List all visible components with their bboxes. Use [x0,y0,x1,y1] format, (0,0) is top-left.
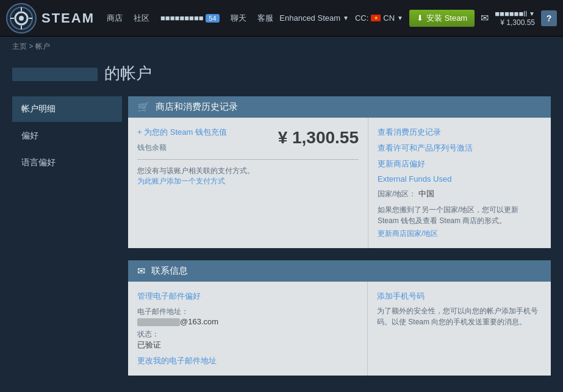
country-label: 国家/地区： [378,190,416,198]
store-section-body: + 为您的 Steam 钱包充值 钱包余额 ¥ 1,300.55 您没有与该账户… [128,118,551,248]
add-payment-link[interactable]: 为此账户添加一个支付方式 [137,177,225,185]
friends-label: ■■■■■■■■■ [160,13,204,23]
sidebar: 帐户明细 偏好 语言偏好 [0,96,122,388]
cc-caret: ▼ [397,15,403,21]
nav-chat[interactable]: 聊天 [231,13,246,24]
no-payment-text: 您没有与该账户相关联的支付方式。 [137,166,359,176]
store-section-header: 🛒 商店和消费历史记录 [128,96,551,118]
move-notice: 如果您搬到了另一个国家/地区，您可以更新 Steam 钱包及查看 Steam 商… [378,204,542,226]
email-field-label: 电子邮件地址： [137,307,358,317]
cc-button[interactable]: CC: ★ CN ▼ [355,13,403,23]
breadcrumb-separator: > [29,42,35,51]
envelope-icon-section: ✉ [137,265,145,277]
nav-store[interactable]: 商店 [107,13,123,24]
contact-section-title: 联系信息 [151,265,188,277]
store-section-right: 查看消费历史记录 查看许可和产品序列号激活 更新商店偏好 External Fu… [368,118,551,248]
manage-email-link[interactable]: 管理电子邮件偏好 [137,291,358,302]
contact-right: 添加手机号码 为了额外的安全性，您可以向您的帐户添加手机号码。以使 Steam … [368,282,551,376]
contact-section: ✉ 联系信息 管理电子邮件偏好 电子邮件地址： @163.com 状态： 已验证… [128,260,551,376]
update-preferences-link[interactable]: 更新商店偏好 [378,159,542,169]
top-bar-left: STEAM 商店 社区 ■■■■■■■■■ 54 聊天 客服 [6,3,273,34]
contact-section-body: 管理电子邮件偏好 电子邮件地址： @163.com 状态： 已验证 更改我的电子… [128,282,551,376]
add-funds-link[interactable]: + 为您的 Steam 钱包充值 [137,127,227,137]
update-country-link[interactable]: 更新商店国家/地区 [378,229,542,239]
steam-logo-icon [6,3,37,34]
help-button[interactable]: ? [541,10,557,26]
content-area: 🛒 商店和消费历史记录 + 为您的 Steam 钱包充值 钱包余额 ¥ 1,30… [122,96,563,388]
enhanced-steam-button[interactable]: Enhanced Steam ▼ [279,13,349,23]
store-section-title: 商店和消费历史记录 [156,101,238,113]
install-steam-button[interactable]: ⬇ 安装 Steam [409,10,475,27]
external-funds-link[interactable]: External Funds Used [378,174,542,184]
wallet-amount: ¥ 1,300.55 [278,128,359,148]
status-label: 状态： [137,329,358,340]
page-title-suffix: 的帐户 [100,64,152,82]
store-section: 🛒 商店和消费历史记录 + 为您的 Steam 钱包充值 钱包余额 ¥ 1,30… [128,96,551,248]
wallet-label: 钱包余额 [137,143,167,153]
main-content: 帐户明细 偏好 语言偏好 🛒 商店和消费历史记录 + 为您的 Steam 钱包充… [0,96,563,392]
phone-desc: 为了额外的安全性，您可以向您的帐户添加手机号码。以使 Steam 向您的手机发送… [377,305,542,327]
nav-support[interactable]: 客服 [257,13,273,24]
status-value: 已验证 [137,340,358,351]
friend-count-badge: 54 [206,14,219,23]
add-phone-link[interactable]: 添加手机号码 [377,291,542,302]
breadcrumb-account[interactable]: 帐户 [35,42,50,51]
divider [137,159,359,160]
breadcrumb: 主页 > 帐户 [0,37,563,57]
top-bar: STEAM 商店 社区 ■■■■■■■■■ 54 聊天 客服 Enhanced … [0,0,563,37]
username-redacted [12,68,98,81]
sidebar-item-account[interactable]: 帐户明细 [12,96,122,122]
email-value: @163.com [137,317,358,326]
country-value: 中国 [418,189,434,198]
user-name-button[interactable]: ■■■■■■ll ▼ [495,9,535,18]
contact-left: 管理电子邮件偏好 电子邮件地址： @163.com 状态： 已验证 更改我的电子… [128,282,368,376]
email-suffix: @163.com [180,317,218,326]
user-account: ■■■■■■ll ▼ ¥ 1,300.55 [495,9,535,27]
cc-label: CC: [355,13,368,23]
enhanced-steam-caret: ▼ [343,15,349,21]
steam-logo: STEAM [6,3,95,34]
user-name-label: ■■■■■■ll [495,9,527,18]
top-bar-right: Enhanced Steam ▼ CC: ★ CN ▼ ⬇ 安装 Steam ✉… [279,9,557,27]
store-section-left: + 为您的 Steam 钱包充值 钱包余额 ¥ 1,300.55 您没有与该账户… [128,118,368,248]
change-email-link[interactable]: 更改我的电子邮件地址 [137,355,358,366]
email-redacted [137,318,180,326]
svg-point-2 [19,16,24,21]
cart-icon: 🛒 [137,101,149,113]
sidebar-item-preferences[interactable]: 偏好 [12,123,122,149]
nav-community[interactable]: 社区 [134,13,149,24]
steam-wordmark: STEAM [41,10,95,26]
sidebar-item-language[interactable]: 语言偏好 [12,150,122,176]
view-history-link[interactable]: 查看消费历史记录 [378,127,542,138]
flag-cn-icon: ★ [371,15,381,21]
wallet-balance-label: ¥ 1,300.55 [500,18,535,27]
download-icon: ⬇ [417,13,423,23]
install-steam-label: 安装 Steam [426,13,467,24]
nav-friends[interactable]: ■■■■■■■■■ 54 [160,13,220,23]
breadcrumb-home[interactable]: 主页 [12,42,27,51]
main-nav: 商店 社区 ■■■■■■■■■ 54 聊天 客服 [107,13,273,24]
country-code-label: CN [383,13,395,23]
enhanced-steam-label: Enhanced Steam [279,13,340,23]
contact-section-header: ✉ 联系信息 [128,260,551,282]
page-title: 的帐户 [12,63,551,84]
user-menu-caret: ▼ [529,10,535,17]
view-licenses-link[interactable]: 查看许可和产品序列号激活 [378,143,542,154]
envelope-icon: ✉ [481,12,489,24]
page-header: 的帐户 [0,57,563,96]
